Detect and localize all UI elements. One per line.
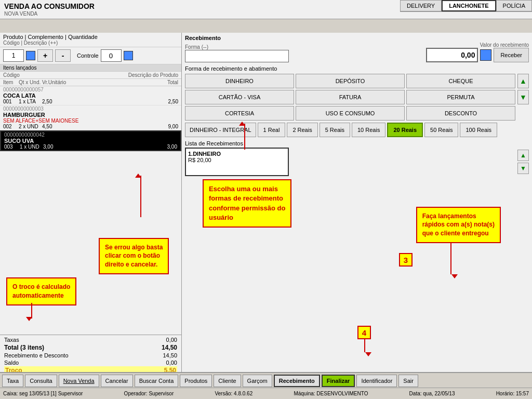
quick-buttons-row: DINHEIRO - INTEGRAL 1 Real 2 Reais 5 Rea… <box>185 123 529 137</box>
tb-sair[interactable]: Sair <box>398 375 418 387</box>
tb-garcom[interactable]: Garçom <box>243 375 272 387</box>
status-horario: Horário: 15:57 <box>496 391 529 396</box>
payment-btn-deposito[interactable]: DEPÓSITO <box>296 74 405 88</box>
sub-item: Item <box>3 79 19 85</box>
tb-buscar-conta[interactable]: Buscar Conta <box>135 375 179 387</box>
grid-icon-qty[interactable] <box>26 51 35 60</box>
grid-icon-controle[interactable] <box>124 51 133 60</box>
list-item[interactable]: 00000000000003 HAMBURGUER SEM ALFACE+SEM… <box>0 105 181 130</box>
saldo-value: 0,00 <box>166 360 177 366</box>
list-item[interactable]: 00000000000057 COCA LATA 0011 x LTA2,502… <box>0 86 181 105</box>
tb-taxa[interactable]: Taxa <box>2 375 23 387</box>
payment-btn-cortesia[interactable]: CORTESIA <box>185 106 294 121</box>
quick-btn-100reais[interactable]: 100 Reais <box>460 123 497 137</box>
taxas-value: 0,00 <box>166 337 177 343</box>
valor-label: Valor do recebimento <box>480 42 529 48</box>
tab-lanchonete[interactable]: LANCHONETE <box>442 0 496 11</box>
lista-label: Lista de Recebimentos <box>185 140 513 147</box>
tab-policia[interactable]: POLÍCIA <box>496 0 532 11</box>
add-qty-button[interactable]: + <box>37 49 53 62</box>
items-list: 00000000000057 COCA LATA 0011 x LTA2,502… <box>0 86 181 335</box>
qty-input[interactable] <box>3 49 24 62</box>
grid-icon-valor[interactable] <box>480 49 491 61</box>
tb-finalizar[interactable]: Finalizar <box>322 375 355 387</box>
product-header-row1: Produto | Complemento | Quantidade <box>3 34 178 40</box>
controle-label: Controle <box>77 52 99 59</box>
status-versao: Versão: 4.8.0.62 <box>215 391 252 396</box>
tb-consulta[interactable]: Consulta <box>25 375 57 387</box>
controle-input[interactable] <box>101 49 122 62</box>
total-label: Total (3 itens) <box>4 344 44 351</box>
remove-qty-button[interactable]: - <box>55 49 71 62</box>
payment-btn-desconto[interactable]: DESCONTO <box>406 106 515 121</box>
tb-cliente[interactable]: Cliente <box>214 375 241 387</box>
list-item[interactable]: 00000000000042 SUCO UVA 0031 x UND3,003,… <box>0 130 181 151</box>
forma-input[interactable] <box>185 50 289 62</box>
quick-btn-1real[interactable]: 1 Real <box>258 123 286 137</box>
quick-btn-integral[interactable]: DINHEIRO - INTEGRAL <box>185 123 256 137</box>
tb-produtos[interactable]: Produtos <box>180 375 212 387</box>
status-caixa: Caixa: seg 13/05/13 [1] Supervisor <box>3 391 83 396</box>
status-data: Data: qua, 22/05/13 <box>409 391 455 396</box>
payment-btn-permuta[interactable]: PERMUTA <box>406 90 515 104</box>
sub-qty: Qt x Und. <box>19 79 42 85</box>
lista-recebimentos: 1.DINHEIRO R$ 20,00 <box>185 148 289 176</box>
sub-total: Total <box>150 79 178 85</box>
payment-btn-cheque[interactable]: CHEQUE <box>406 74 515 88</box>
scroll-down-lista[interactable]: ▼ <box>517 163 529 174</box>
quick-btn-20reais[interactable]: 20 Reais <box>387 123 423 137</box>
payment-btn-dinheiro[interactable]: DINHEIRO <box>185 74 294 88</box>
tb-recebimento[interactable]: Recebimento <box>274 375 320 387</box>
scroll-up-payment[interactable]: ▲ <box>517 74 529 88</box>
payment-btn-uso[interactable]: USO E CONSUMO <box>296 106 405 121</box>
recebimento-desc-label: Recebimento e Desconto <box>4 352 69 358</box>
total-value: 14,50 <box>162 344 177 351</box>
status-operador: Operador: Supervisor <box>124 391 174 396</box>
quick-btn-10reais[interactable]: 10 Reais <box>352 123 385 137</box>
quick-btn-2reais[interactable]: 2 Reais <box>287 123 317 137</box>
tab-delivery[interactable]: DELIVERY <box>400 0 442 11</box>
payment-btn-cartao[interactable]: CARTÃO - VISA <box>185 90 294 104</box>
quick-btn-50reais[interactable]: 50 Reais <box>424 123 458 137</box>
quick-btn-5reais[interactable]: 5 Reais <box>320 123 350 137</box>
col-header-desc: Descrição do Produto <box>128 72 178 78</box>
scroll-up-lista[interactable]: ▲ <box>517 150 529 161</box>
sub-vr: Vr.Unitário <box>42 79 68 85</box>
col-header-code: Código <box>3 72 20 78</box>
receber-button[interactable]: Receber <box>494 48 529 62</box>
valor-input[interactable] <box>426 48 478 62</box>
tb-nova-venda[interactable]: Nova Venda <box>59 375 99 387</box>
recebimento-desc-value: 14,50 <box>163 352 177 358</box>
status-maquina: Máquina: DESENVOLVIMENTO <box>294 391 368 396</box>
product-header-row2: Código | Descrição (++) <box>3 40 178 46</box>
items-title: Itens lançados <box>3 65 37 71</box>
tb-identificador[interactable]: Identificador <box>356 375 397 387</box>
app-subtitle: NOVA VENDA <box>4 11 37 17</box>
scroll-down-payment[interactable]: ▼ <box>517 90 529 104</box>
taxas-label: Taxas <box>4 337 19 343</box>
recebimento-label: Recebimento <box>185 35 529 41</box>
payment-btn-fatura[interactable]: FATURA <box>296 90 405 104</box>
forma-recebimento-label: Forma de recebimento e abatimento <box>185 65 529 72</box>
forma-label: Forma (--) <box>185 44 289 50</box>
saldo-label: Saldo <box>4 360 19 366</box>
tb-cancelar[interactable]: Cancelar <box>101 375 133 387</box>
